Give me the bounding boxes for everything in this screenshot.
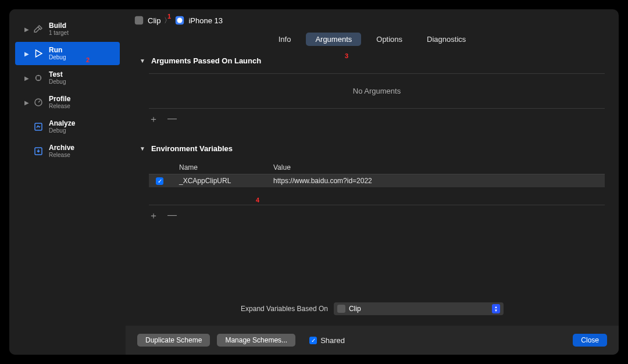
hammer-icon [33,23,44,35]
play-icon [33,48,44,59]
expand-variables-label: Expand Variables Based On [241,305,328,313]
sidebar-item-label: Build [49,22,69,30]
close-button[interactable]: Close [573,334,607,347]
shared-label: Shared [320,336,345,345]
tab-arguments[interactable]: Arguments [306,33,361,46]
section-title: Environment Variables [151,144,233,153]
scheme-editor-panel: 1 2 3 4 ▶ Build 1 target ▶ Run [9,9,619,355]
sidebar-item-label: Test [49,71,66,78]
tab-options[interactable]: Options [367,33,412,46]
sidebar-item-build[interactable]: ▶ Build 1 target [15,17,120,41]
env-var-name[interactable]: _XCAppClipURL [176,176,270,186]
section-header-arguments[interactable]: ▼ Arguments Passed On Launch [140,53,605,69]
remove-argument-button[interactable]: — [167,113,177,126]
arguments-empty-label: No Arguments [149,73,605,109]
sidebar-item-label: Analyze [49,120,75,127]
analyze-icon [33,121,44,133]
wrench-icon [33,72,44,84]
tab-diagnostics[interactable]: Diagnostics [418,33,475,46]
sidebar-item-sublabel: Release [49,152,74,158]
scheme-sidebar: ▶ Build 1 target ▶ Run Debug [9,9,126,355]
env-vars-table: Name Value ✓ _XCAppClipURL https://www.b… [149,161,605,205]
device-name[interactable]: iPhone 13 [188,16,223,25]
sidebar-item-sublabel: Debug [49,54,66,60]
breadcrumb: Clip 〉 iPhone 13 [126,9,619,30]
main-content: Clip 〉 iPhone 13 Info Arguments Options … [126,9,619,355]
sidebar-item-label: Profile [49,95,70,103]
sidebar-item-run[interactable]: ▶ Run Debug [15,42,120,65]
chevron-right-icon: ▶ [24,51,29,57]
duplicate-scheme-button[interactable]: Duplicate Scheme [137,334,210,347]
column-header-checkbox [149,161,176,174]
chevron-right-icon: ▶ [24,99,29,106]
target-icon [337,305,345,313]
column-header-name: Name [176,161,270,174]
sidebar-item-archive[interactable]: ▶ Archive Release [15,140,120,163]
svg-rect-4 [135,16,143,24]
sidebar-item-label: Run [49,47,66,54]
section-header-env[interactable]: ▼ Environment Variables [140,141,605,156]
scheme-name[interactable]: Clip [148,16,160,25]
expand-variables-row: Expand Variables Based On Clip ▲▼ [126,295,619,326]
breadcrumb-separator: 〉 [164,16,171,26]
sidebar-item-label: Archive [49,144,74,152]
app-clip-icon [134,15,144,26]
updown-arrows-icon: ▲▼ [492,304,500,313]
disclosure-triangle-icon[interactable]: ▼ [140,145,145,152]
remove-env-var-button[interactable]: — [167,210,177,222]
table-row[interactable]: ✓ _XCAppClipURL https://www.baidu.com?id… [149,174,605,187]
section-arguments: ▼ Arguments Passed On Launch No Argument… [140,53,605,133]
section-env-vars: ▼ Environment Variables Name Value ✓ _XC… [140,141,605,229]
sidebar-item-sublabel: Debug [49,78,66,85]
expand-variables-value: Clip [349,305,492,313]
archive-icon [33,145,44,157]
add-env-var-button[interactable]: ＋ [149,210,158,222]
footer-bar: Duplicate Scheme Manage Schemes... ✓ Sha… [126,326,619,355]
shared-checkbox[interactable]: ✓ [309,337,317,344]
sidebar-item-sublabel: Debug [49,127,75,134]
gauge-icon [33,97,44,108]
chevron-right-icon: ▶ [24,26,29,33]
add-argument-button[interactable]: ＋ [149,113,158,126]
sidebar-item-test[interactable]: ▶ Test Debug [15,66,120,90]
svg-point-6 [177,18,183,23]
row-checkbox[interactable]: ✓ [156,177,163,185]
sidebar-item-sublabel: 1 target [49,30,69,36]
chevron-right-icon: ▶ [24,75,29,81]
sidebar-item-profile[interactable]: ▶ Profile Release [15,91,120,114]
table-empty-row [149,187,605,205]
sidebar-item-analyze[interactable]: ▶ Analyze Debug [15,115,120,138]
tab-bar: Info Arguments Options Diagnostics [126,30,619,52]
manage-schemes-button[interactable]: Manage Schemes... [217,334,295,347]
column-header-value: Value [270,161,605,174]
env-var-value[interactable]: https://www.baidu.com?id=2022 [270,176,605,186]
sidebar-item-sublabel: Release [49,103,70,109]
expand-variables-select[interactable]: Clip ▲▼ [334,302,504,315]
tab-info[interactable]: Info [269,33,301,46]
device-icon [174,15,185,26]
section-title: Arguments Passed On Launch [151,56,261,65]
disclosure-triangle-icon[interactable]: ▼ [140,58,145,64]
